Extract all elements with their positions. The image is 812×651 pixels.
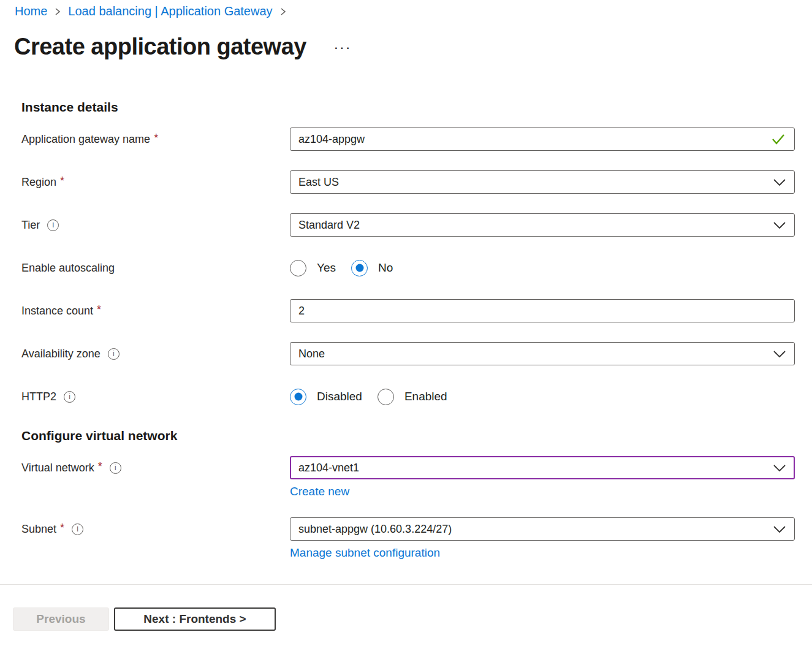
chevron-down-icon (773, 349, 786, 359)
valid-checkmark-icon (770, 132, 786, 146)
next-frontends-button[interactable]: Next : Frontends > (114, 607, 276, 631)
input-value: 2 (298, 305, 305, 318)
autoscaling-no-radio[interactable]: No (351, 260, 393, 276)
availability-zone-label: Availability zone i (21, 342, 290, 365)
radio-circle-icon[interactable] (378, 389, 394, 405)
info-icon[interactable]: i (110, 462, 121, 474)
virtual-network-dropdown[interactable]: az104-vnet1 (290, 456, 795, 479)
radio-label[interactable]: Yes (317, 261, 336, 275)
http2-enabled-radio[interactable]: Enabled (378, 389, 447, 405)
radio-label[interactable]: Enabled (404, 390, 447, 403)
subnet-dropdown[interactable]: subnet-appgw (10.60.3.224/27) (290, 517, 795, 541)
radio-circle-icon[interactable] (290, 389, 306, 405)
form-content: Instance details Application gateway nam… (0, 99, 812, 560)
availability-zone-dropdown[interactable]: None (290, 342, 795, 365)
radio-circle-icon[interactable] (351, 260, 368, 276)
radio-label[interactable]: Disabled (317, 390, 362, 403)
required-asterisk: * (98, 460, 102, 476)
info-icon[interactable]: i (64, 391, 75, 403)
page-header: Create application gateway ··· (14, 33, 812, 60)
form-row-http2: HTTP2 i Disabled Enabled (21, 385, 795, 408)
region-label: Region * (21, 170, 290, 194)
dropdown-value: East US (298, 176, 339, 189)
enable-autoscaling-radio-group: Yes No (290, 256, 795, 280)
footer-divider (0, 584, 812, 585)
info-icon[interactable]: i (108, 348, 120, 360)
create-new-link[interactable]: Create new (290, 485, 349, 498)
label-text: Subnet (21, 523, 56, 536)
dropdown-value: Standard V2 (298, 219, 360, 232)
chevron-down-icon (773, 463, 786, 473)
required-asterisk: * (97, 303, 101, 319)
required-asterisk: * (60, 522, 64, 537)
chevron-down-icon (773, 177, 786, 187)
section-heading-configure-virtual-network: Configure virtual network (21, 428, 795, 443)
input-value: az104-appgw (298, 133, 365, 146)
dropdown-value: None (298, 348, 325, 360)
label-text: Enable autoscaling (21, 262, 115, 275)
manage-subnet-configuration-link[interactable]: Manage subnet configuration (290, 546, 440, 560)
enable-autoscaling-label: Enable autoscaling (21, 256, 290, 280)
previous-button: Previous (13, 607, 109, 631)
virtual-network-label: Virtual network * i (21, 456, 290, 479)
radio-label[interactable]: No (378, 261, 393, 275)
dropdown-value: az104-vnet1 (298, 462, 359, 474)
form-row-enable-autoscaling: Enable autoscaling Yes No (21, 256, 795, 280)
breadcrumb-home-link[interactable]: Home (15, 4, 47, 18)
chevron-right-icon (279, 7, 287, 17)
section-heading-instance-details: Instance details (21, 99, 795, 115)
breadcrumb-load-balancing-link[interactable]: Load balancing | Application Gateway (68, 4, 272, 18)
subnet-label: Subnet * i (21, 517, 290, 541)
autoscaling-yes-radio[interactable]: Yes (290, 260, 336, 276)
required-asterisk: * (154, 132, 158, 147)
more-options-button[interactable]: ··· (335, 42, 352, 55)
tier-dropdown[interactable]: Standard V2 (290, 213, 795, 237)
required-asterisk: * (60, 175, 64, 190)
form-row-availability-zone: Availability zone i None (21, 342, 795, 365)
chevron-down-icon (773, 220, 786, 230)
form-row-virtual-network: Virtual network * i az104-vnet1 Create n… (21, 456, 795, 498)
form-row-app-gateway-name: Application gateway name * az104-appgw (21, 128, 795, 151)
app-gateway-name-input[interactable]: az104-appgw (290, 128, 795, 151)
info-icon[interactable]: i (72, 523, 83, 535)
page-title: Create application gateway (14, 33, 306, 60)
instance-count-input[interactable]: 2 (290, 299, 795, 322)
label-text: Instance count (21, 305, 93, 318)
http2-label: HTTP2 i (21, 385, 290, 408)
label-text: Availability zone (21, 348, 101, 360)
region-dropdown[interactable]: East US (290, 170, 795, 194)
label-text: Application gateway name (21, 133, 150, 146)
breadcrumb: Home Load balancing | Application Gatewa… (15, 4, 812, 18)
form-row-region: Region * East US (21, 170, 795, 194)
label-text: Tier (21, 219, 40, 232)
instance-count-label: Instance count * (21, 299, 290, 322)
label-text: Region (21, 176, 56, 189)
http2-disabled-radio[interactable]: Disabled (290, 389, 362, 405)
chevron-right-icon (53, 7, 62, 17)
chevron-down-icon (773, 524, 786, 534)
form-row-instance-count: Instance count * 2 (21, 299, 795, 322)
tier-label: Tier i (21, 213, 290, 237)
form-row-tier: Tier i Standard V2 (21, 213, 795, 237)
dropdown-value: subnet-appgw (10.60.3.224/27) (298, 523, 452, 536)
label-text: HTTP2 (21, 390, 56, 403)
http2-radio-group: Disabled Enabled (290, 385, 795, 408)
wizard-footer: Previous Next : Frontends > (13, 607, 812, 631)
label-text: Virtual network (21, 462, 94, 474)
form-row-subnet: Subnet * i subnet-appgw (10.60.3.224/27)… (21, 517, 795, 560)
info-icon[interactable]: i (47, 219, 59, 231)
app-gateway-name-label: Application gateway name * (21, 128, 290, 151)
radio-circle-icon[interactable] (290, 260, 306, 276)
